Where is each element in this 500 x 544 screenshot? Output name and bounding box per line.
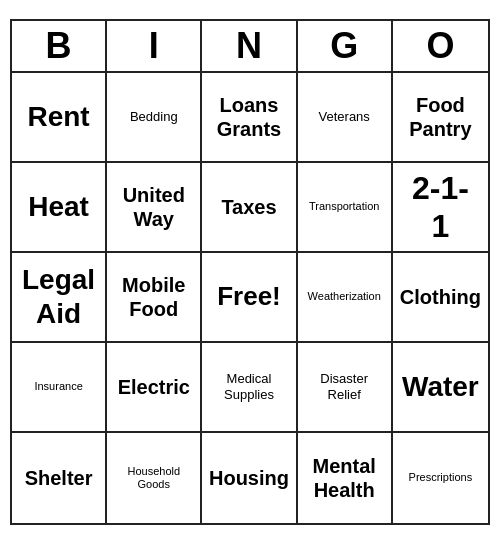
- cell-text-11: MobileFood: [122, 273, 185, 321]
- bingo-cell-4: FoodPantry: [393, 73, 488, 163]
- cell-text-7: Taxes: [221, 195, 276, 219]
- bingo-cell-20: Shelter: [12, 433, 107, 523]
- bingo-cell-18: DisasterRelief: [298, 343, 393, 433]
- bingo-cell-15: Insurance: [12, 343, 107, 433]
- cell-text-19: Water: [402, 370, 479, 404]
- cell-text-2: LoansGrants: [217, 93, 281, 141]
- cell-text-14: Clothing: [400, 285, 481, 309]
- bingo-cell-10: LegalAid: [12, 253, 107, 343]
- cell-text-6: UnitedWay: [123, 183, 185, 231]
- bingo-cell-14: Clothing: [393, 253, 488, 343]
- bingo-cell-11: MobileFood: [107, 253, 202, 343]
- bingo-card: BINGO RentBeddingLoansGrantsVeteransFood…: [10, 19, 490, 525]
- cell-text-21: HouseholdGoods: [127, 465, 180, 491]
- cell-text-1: Bedding: [130, 109, 178, 125]
- bingo-cell-23: MentalHealth: [298, 433, 393, 523]
- bingo-cell-24: Prescriptions: [393, 433, 488, 523]
- bingo-cell-22: Housing: [202, 433, 297, 523]
- bingo-header: BINGO: [12, 21, 488, 73]
- header-letter-B: B: [12, 21, 107, 71]
- cell-text-3: Veterans: [319, 109, 370, 125]
- cell-text-16: Electric: [118, 375, 190, 399]
- cell-text-22: Housing: [209, 466, 289, 490]
- bingo-cell-2: LoansGrants: [202, 73, 297, 163]
- bingo-cell-16: Electric: [107, 343, 202, 433]
- bingo-cell-8: Transportation: [298, 163, 393, 253]
- bingo-cell-17: MedicalSupplies: [202, 343, 297, 433]
- cell-text-23: MentalHealth: [313, 454, 376, 502]
- cell-text-18: DisasterRelief: [320, 371, 368, 402]
- bingo-cell-0: Rent: [12, 73, 107, 163]
- bingo-cell-7: Taxes: [202, 163, 297, 253]
- bingo-cell-5: Heat: [12, 163, 107, 253]
- bingo-cell-21: HouseholdGoods: [107, 433, 202, 523]
- cell-text-8: Transportation: [309, 200, 380, 213]
- bingo-cell-3: Veterans: [298, 73, 393, 163]
- bingo-cell-19: Water: [393, 343, 488, 433]
- cell-text-15: Insurance: [34, 380, 82, 393]
- header-letter-N: N: [202, 21, 297, 71]
- cell-text-20: Shelter: [25, 466, 93, 490]
- cell-text-17: MedicalSupplies: [224, 371, 274, 402]
- bingo-grid: RentBeddingLoansGrantsVeteransFoodPantry…: [12, 73, 488, 523]
- cell-text-5: Heat: [28, 190, 89, 224]
- cell-text-12: Free!: [217, 281, 281, 312]
- header-letter-O: O: [393, 21, 488, 71]
- header-letter-I: I: [107, 21, 202, 71]
- cell-text-9: 2-1-1: [412, 169, 469, 246]
- cell-text-24: Prescriptions: [409, 471, 473, 484]
- bingo-cell-6: UnitedWay: [107, 163, 202, 253]
- cell-text-13: Weatherization: [308, 290, 381, 303]
- header-letter-G: G: [298, 21, 393, 71]
- bingo-cell-12: Free!: [202, 253, 297, 343]
- cell-text-10: LegalAid: [22, 263, 95, 330]
- bingo-cell-1: Bedding: [107, 73, 202, 163]
- bingo-cell-13: Weatherization: [298, 253, 393, 343]
- cell-text-0: Rent: [27, 100, 89, 134]
- bingo-cell-9: 2-1-1: [393, 163, 488, 253]
- cell-text-4: FoodPantry: [409, 93, 471, 141]
